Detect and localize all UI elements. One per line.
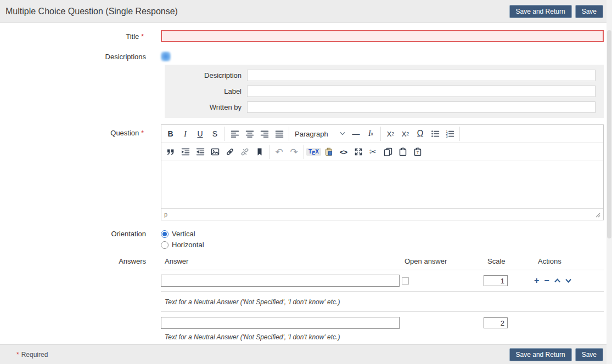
orientation-option-horizontal[interactable]: Horizontal [161,241,604,249]
title-input[interactable] [161,30,604,42]
page: Multiple Choice Question (Single Respons… [0,0,612,364]
redo-icon[interactable]: ↷ [287,145,301,160]
form-content: Title * Desicriptions Desicription Label [0,23,612,344]
remove-answer-icon[interactable]: − [544,276,549,285]
save-button[interactable]: Save [575,348,603,361]
bold-icon[interactable]: B [163,127,178,141]
column-header-actions: Actions [534,257,604,265]
move-down-icon[interactable] [565,278,571,283]
tex-icon[interactable]: TEX [306,145,321,160]
indent-icon[interactable] [178,145,193,160]
question-label: Question * [0,124,153,137]
outdent-icon[interactable] [193,145,207,160]
horizontal-rule-icon[interactable]: — [349,127,363,141]
answer-row-2 [161,312,604,331]
description-input[interactable] [247,70,596,81]
cut-icon[interactable]: ✂ [366,145,380,160]
footer-bar: *Required Save and Return Save [0,344,612,364]
orientation-option-vertical[interactable]: Vertical [161,230,604,238]
header-buttons: Save and Return Save [509,5,603,18]
align-justify-icon[interactable] [272,127,287,141]
label-label: Label [165,87,247,95]
answers-label: Answers [0,257,153,265]
label-input[interactable] [247,86,596,97]
undo-icon[interactable]: ↶ [272,145,287,160]
answer-input[interactable] [161,275,400,287]
underline-icon[interactable]: U [193,127,207,141]
editor-content-area[interactable] [161,161,603,208]
scale-input[interactable] [484,317,508,328]
special-character-icon[interactable]: Ω [413,127,428,141]
svg-text:T: T [416,150,419,155]
bullet-list-icon[interactable] [428,127,442,141]
toolbar-separator [459,127,460,141]
orientation-label: Orientation [0,230,153,238]
remove-link-icon[interactable] [237,145,252,160]
paste-as-text-icon[interactable]: T [410,145,425,160]
scale-input[interactable] [484,275,508,286]
strikethrough-icon[interactable]: S [207,127,222,141]
move-up-icon[interactable] [554,278,560,283]
copy-icon[interactable] [380,145,395,160]
radio-selected-icon[interactable] [161,230,169,238]
neutral-answer-input[interactable] [161,317,400,329]
svg-text:3: 3 [446,135,447,138]
align-right-icon[interactable] [257,127,272,141]
descriptions-checkbox[interactable] [161,52,171,61]
superscript-icon[interactable]: X2 [398,127,413,141]
page-title: Multiple Choice Question (Single Respons… [5,7,178,16]
column-header-scale: Scale [481,257,534,265]
source-code-icon[interactable]: <> [336,145,351,160]
vertical-scrollbar[interactable] [607,0,612,364]
resize-grip-icon[interactable] [594,212,600,218]
align-center-icon[interactable] [242,127,257,141]
footer-buttons: Save and Return Save [509,348,603,361]
italic-icon[interactable]: I [178,127,193,141]
neutral-answer-hint: Text for a Neutral Answer ('Not Specifie… [161,331,604,341]
subscript-icon[interactable]: X2 [383,127,398,141]
chevron-down-icon [340,132,345,136]
save-and-return-button[interactable]: Save and Return [509,348,572,361]
add-answer-icon[interactable]: + [534,276,539,285]
required-note: *Required [16,351,48,359]
insert-image-icon[interactable] [207,145,222,160]
descriptions-label: Desicriptions [0,53,153,61]
anchor-icon[interactable] [252,145,267,160]
required-asterisk: * [141,129,144,137]
written-by-input[interactable] [247,101,596,113]
align-left-icon[interactable] [227,127,242,141]
label-field-row: Label [165,86,604,97]
blockquote-icon[interactable] [163,145,178,160]
descriptions-row: Desicriptions [0,51,612,62]
toolbar-separator [224,127,225,141]
description-label: Desicription [165,71,247,79]
required-asterisk: * [141,32,144,41]
row-actions: + − [534,276,604,285]
answers-section: Answers Answer Open answer Scale Actions… [0,257,612,341]
editor-toolbar-row1: B I U S [161,125,603,143]
answer-row-1: + − [161,270,604,292]
toolbar-separator [269,145,269,159]
scrollbar-thumb[interactable] [607,30,611,238]
title-row: Title * [0,30,612,42]
radio-unselected-icon[interactable] [161,241,169,249]
paragraph-format-select[interactable]: Paragraph [291,127,349,141]
answers-header-row: Answer Open answer Scale Actions [161,257,604,270]
written-by-label: Written by [165,103,247,111]
required-asterisk: * [16,351,19,359]
save-and-return-button[interactable]: Save and Return [509,5,572,18]
fullscreen-icon[interactable] [351,145,366,160]
clear-formatting-icon[interactable]: Ix [363,127,378,141]
save-button[interactable]: Save [575,5,603,18]
question-row: Question * B I U S [0,124,612,220]
numbered-list-icon[interactable]: 123 [442,127,457,141]
paste-icon[interactable] [395,145,410,160]
insert-link-icon[interactable] [222,145,237,160]
neutral-answer-hint: Text for a Neutral Answer ('Not Specifie… [161,292,604,312]
paste-from-word-icon[interactable] [321,145,336,160]
toolbar-separator [289,127,289,141]
open-answer-checkbox[interactable] [402,277,409,285]
column-header-answer: Answer [165,257,405,265]
column-header-open-answer: Open answer [405,257,481,265]
description-field-row: Desicription [165,70,604,81]
